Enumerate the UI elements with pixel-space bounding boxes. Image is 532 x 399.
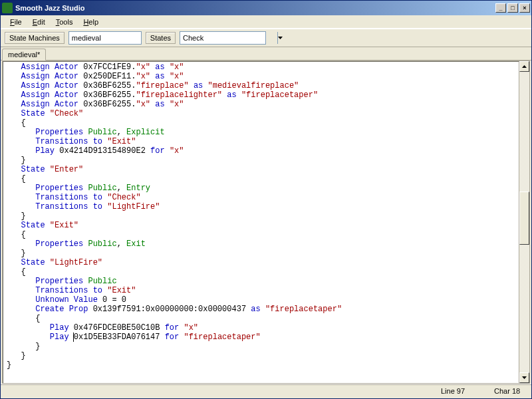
state-machines-label: State Machines xyxy=(5,32,65,44)
scroll-track[interactable] xyxy=(519,72,529,372)
minimize-button[interactable]: _ xyxy=(495,3,506,13)
svg-marker-1 xyxy=(278,37,283,39)
window-title: Smooth Jazz Studio xyxy=(15,4,494,12)
menu-help[interactable]: Help xyxy=(78,17,104,27)
menu-file[interactable]: File xyxy=(5,17,27,27)
title-bar: Smooth Jazz Studio _ □ × xyxy=(1,1,531,15)
scroll-up-icon[interactable] xyxy=(519,61,529,72)
menu-tools[interactable]: Tools xyxy=(51,17,78,27)
maximize-button[interactable]: □ xyxy=(507,3,518,13)
scroll-thumb[interactable] xyxy=(519,192,529,245)
menu-bar: File Edit Tools Help xyxy=(1,15,531,29)
states-combo[interactable] xyxy=(180,31,266,45)
state-machines-combo[interactable] xyxy=(68,31,142,45)
vertical-scrollbar[interactable] xyxy=(519,61,529,383)
editor-area: Assign Actor 0x7FCC1FE9."x" as "x" Assig… xyxy=(2,61,530,384)
tab-medieval[interactable]: medieval* xyxy=(2,49,46,61)
states-label: States xyxy=(146,32,176,44)
chevron-down-icon[interactable] xyxy=(277,32,283,44)
scroll-down-icon[interactable] xyxy=(519,372,529,383)
tab-strip: medieval* xyxy=(1,47,531,61)
status-bar: Line 97 Char 18 xyxy=(1,384,531,397)
menu-edit[interactable]: Edit xyxy=(27,17,51,27)
status-char: Char 18 xyxy=(487,387,527,395)
close-button[interactable]: × xyxy=(519,3,530,13)
states-input[interactable] xyxy=(180,32,277,44)
code-editor[interactable]: Assign Actor 0x7FCC1FE9."x" as "x" Assig… xyxy=(3,61,519,383)
svg-marker-2 xyxy=(522,65,527,68)
status-line: Line 97 xyxy=(434,387,474,395)
app-icon xyxy=(2,3,13,13)
svg-marker-3 xyxy=(522,376,527,379)
toolbar: State Machines States xyxy=(1,29,531,47)
